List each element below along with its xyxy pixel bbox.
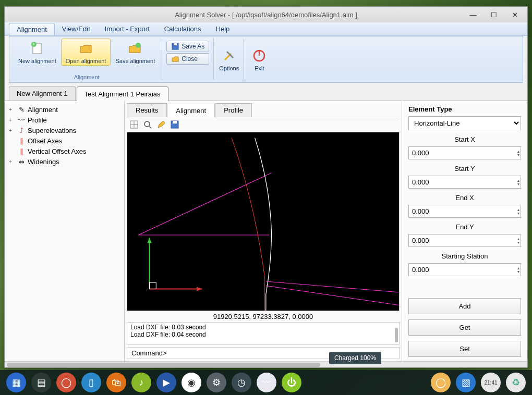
document-tabs: New Alignment 1 Test Alignment 1 Peiraia… (5, 86, 527, 101)
set-button[interactable]: Set (408, 341, 521, 357)
tools-icon (221, 47, 237, 64)
tab-new-alignment-1[interactable]: New Alignment 1 (9, 86, 76, 101)
app-icon-3[interactable]: ◷ (232, 373, 251, 392)
svg-point-13 (144, 121, 150, 127)
alignment-solver-icon[interactable]: 〰 (257, 373, 276, 392)
widening-icon: ⇔ (17, 157, 26, 166)
add-button[interactable]: Add (408, 298, 521, 314)
start-x-input[interactable]: ▴▾ (408, 146, 521, 159)
field-label-end-y: End Y (408, 223, 521, 231)
tab-results[interactable]: Results (127, 103, 167, 117)
close-button[interactable]: Close (166, 53, 209, 65)
tree-item-superelevations[interactable]: +⤴Superelevations (7, 125, 122, 135)
svg-rect-16 (173, 121, 177, 124)
element-type-label: Element Type (408, 105, 521, 113)
center-tabs: Results Alignment Profile (127, 103, 400, 117)
menu-view-edit[interactable]: View/Edit (55, 23, 98, 35)
tree-item-alignment[interactable]: +✎Alignment (7, 104, 122, 115)
window-title: Alignment Solver - [ /opt/iqsoft/align64… (5, 11, 527, 19)
log-line: Load DXF file: 0.04 second (130, 331, 396, 338)
tree-item-widenings[interactable]: +⇔Widenings (7, 156, 122, 167)
svg-rect-17 (127, 132, 399, 311)
log-scrollbar[interactable] (395, 328, 398, 342)
taskbar: ▦ ▤ ◯ ▯ 🛍 ♪ ▶ ◉ ⚙ ◷ 〰 ⏻ ◯ ▧ 21:41 ♻ (0, 370, 532, 395)
grid-toggle-button[interactable] (129, 119, 139, 130)
new-file-icon: + (29, 40, 45, 57)
menu-help[interactable]: Help (209, 23, 237, 35)
start-y-input[interactable]: ▴▾ (408, 176, 521, 189)
music-icon[interactable]: ♪ (131, 373, 151, 392)
titlebar: Alignment Solver - [ /opt/iqsoft/align64… (5, 7, 527, 22)
open-alignment-button[interactable]: Open alignment (61, 39, 111, 66)
tray-icon-1[interactable]: ◯ (431, 373, 451, 392)
svg-text:+: + (33, 42, 35, 47)
menubar: Alignment View/Edit Import - Export Calc… (5, 22, 527, 36)
properties-panel: Element Type Horizontal-Line Start X ▴▾ … (402, 101, 527, 361)
field-label-start-y: Start Y (408, 165, 521, 172)
open-folder-icon (78, 40, 94, 57)
coordinate-readout: 91920.5215, 97233.3827, 0.0000 (127, 311, 400, 322)
store-icon[interactable]: 🛍 (106, 373, 126, 392)
end-y-input[interactable]: ▴▾ (408, 234, 521, 247)
end-x-input[interactable]: ▴▾ (408, 205, 521, 218)
battery-tooltip: Charged 100% (329, 352, 381, 364)
menu-calculations[interactable]: Calculations (157, 23, 209, 35)
start-menu-icon[interactable]: ▦ (6, 373, 26, 392)
options-button[interactable]: Options (214, 39, 244, 80)
tree-item-offset-axes[interactable]: ∥Offset Axes (7, 135, 122, 146)
edit-button[interactable] (156, 119, 166, 130)
minimize-button[interactable]: — (463, 8, 483, 21)
tray-icon-2[interactable]: ▧ (456, 373, 476, 392)
profile-icon: 〰 (17, 116, 26, 124)
ribbon: + New alignment Open alignment Save alig… (9, 36, 523, 83)
new-alignment-button[interactable]: + New alignment (14, 39, 61, 66)
close-folder-icon (171, 55, 179, 63)
tab-profile-view[interactable]: Profile (215, 103, 252, 117)
superelevation-icon: ⤴ (17, 126, 26, 134)
disk-icon (171, 42, 179, 51)
maximize-button[interactable]: ☐ (483, 8, 504, 21)
close-window-button[interactable]: ✕ (504, 8, 525, 21)
save-alignment-button[interactable]: Save alignment (111, 39, 160, 66)
svg-point-3 (136, 43, 141, 48)
canvas-toolbar (127, 117, 400, 132)
ribbon-group-label: Alignment (74, 74, 100, 80)
offset-icon: ∥ (17, 137, 26, 145)
svg-rect-5 (174, 43, 177, 45)
element-type-select[interactable]: Horizontal-Line (408, 116, 521, 130)
tab-test-alignment-1[interactable]: Test Alignment 1 Peiraias (77, 87, 168, 101)
tree-item-vertical-offset-axes[interactable]: ∥Vertical Offset Axes (7, 146, 122, 156)
alignment-icon: ✎ (17, 105, 26, 114)
tree-item-profile[interactable]: +〰Profile (7, 115, 122, 125)
clock-icon[interactable]: 21:41 (481, 373, 501, 392)
app-icon-2[interactable]: ▯ (81, 373, 101, 392)
menu-import-export[interactable]: Import - Export (98, 23, 157, 35)
save-view-button[interactable] (170, 119, 180, 130)
zoom-button[interactable] (142, 119, 153, 130)
chrome-icon[interactable]: ◉ (182, 373, 201, 392)
trash-icon[interactable]: ♻ (506, 373, 526, 392)
vertical-offset-icon: ∥ (17, 147, 26, 155)
get-button[interactable]: Get (408, 319, 521, 336)
exit-button[interactable]: Exit (244, 39, 274, 80)
field-label-end-x: End X (408, 194, 521, 202)
log-panel[interactable]: Load DXF file: 0.03 second Load DXF file… (127, 322, 400, 345)
svg-line-14 (149, 126, 151, 128)
log-line: Load DXF file: 0.03 second (130, 324, 396, 331)
files-icon[interactable]: ▤ (31, 373, 51, 392)
horizontal-scrollbar[interactable] (5, 361, 527, 367)
tree-panel: +✎Alignment +〰Profile +⤴Superelevations … (5, 101, 125, 361)
field-label-start-x: Start X (408, 135, 521, 143)
app-icon-1[interactable]: ◯ (56, 373, 76, 392)
menu-alignment[interactable]: Alignment (9, 23, 55, 35)
power-icon (251, 47, 268, 64)
save-folder-icon (127, 40, 143, 57)
settings-icon[interactable]: ⚙ (207, 373, 226, 392)
video-icon[interactable]: ▶ (156, 373, 176, 392)
save-as-button[interactable]: Save As (166, 41, 209, 52)
field-label-starting-station: Starting Station (408, 252, 521, 260)
tab-alignment-view[interactable]: Alignment (167, 104, 215, 117)
power-indicator-icon[interactable]: ⏻ (282, 373, 301, 392)
alignment-canvas[interactable] (127, 132, 400, 311)
starting-station-input[interactable]: ▴▾ (408, 263, 521, 276)
